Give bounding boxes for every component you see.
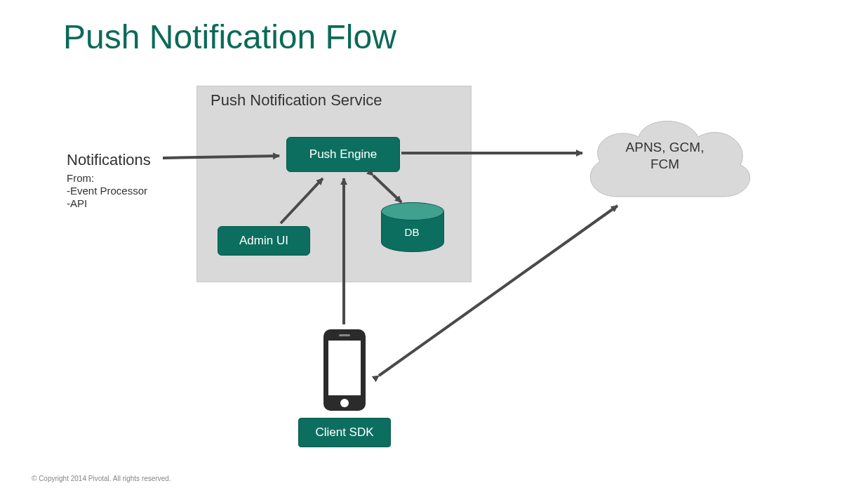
arrow-phone-cloud <box>379 206 617 376</box>
copyright-text: © Copyright 2014 Pivotal. All rights res… <box>32 475 171 482</box>
arrow-admin-to-engine <box>281 178 323 223</box>
arrow-engine-db <box>373 176 401 202</box>
arrow-notifications-to-engine <box>163 156 279 158</box>
diagram-arrows <box>0 0 868 488</box>
